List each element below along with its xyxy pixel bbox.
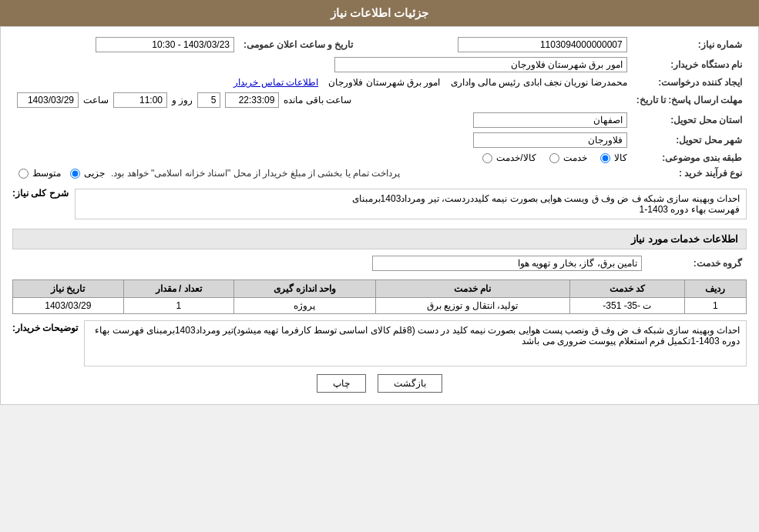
shomare-niaz-value: 1103094000000007 [358,35,631,55]
goroh-khadamat-value: تامین برق، گاز، بخار و تهویه هوا [12,253,646,273]
print-button[interactable]: چاپ [317,374,366,393]
page-header: جزئیات اطلاعات نیاز [0,0,759,26]
radio-mottavasset-item[interactable]: متوسط [17,168,61,179]
tosih-kharidar-value: احداث وبهینه سازی شبکه ف ض وف ق ونصب پست… [84,320,747,366]
khadamat-info-table: گروه خدمت: تامین برق، گاز، بخار و تهویه … [12,253,747,273]
radio-kala-label: کالا [614,152,627,163]
cell-tedad: 1 [123,298,233,314]
cell-kodKhadamat: ت -35- 351- [569,298,684,314]
radio-khedmat[interactable] [549,153,559,163]
radio-jozvi[interactable] [70,169,80,179]
radio-mottavasset-label: متوسط [32,168,61,179]
notice-farayand: پرداخت تمام یا بخشی از مبلغ خریدار از مح… [111,168,400,179]
radio-jozvi-label: جزیی [84,168,105,179]
radio-khedmat-label: خدمت [563,152,587,163]
rooz-field: 5 [197,92,220,108]
sharh-kolli-value: احداث وبهینه سازی شبکه ف ض وف ق ویست هوا… [75,189,747,219]
saat-label: ساعت [83,95,109,105]
radio-kala-khedmat-label: کالا/خدمت [496,152,536,163]
col-kod: کد خدمت [569,280,684,298]
radio-khedmat-item[interactable]: خدمت [548,152,587,163]
nam-dastgah-field: امور برق شهرستان فلاورجان [334,57,627,72]
shahr-value: فلاورجان [12,130,632,150]
radio-kala-khedmat-item[interactable]: کالا/خدمت [481,152,536,163]
tabaqe-bandi-options: کالا/خدمت خدمت کالا [12,150,632,166]
ostan-field: اصفهان [473,112,627,128]
goroh-khadamat-field: تامین برق، گاز، بخار و تهویه هوا [372,256,642,271]
tabaqe-bandi-label: طبقه بندی موضوعی: [632,150,747,166]
ijad-konande-row: محمدرضا نوریان نجف ابادی رئیس مالی وادار… [12,75,632,90]
etelaaat-khadamat-title: اطلاعات خدمات مورد نیاز [12,229,747,249]
khadamat-table: ردیف کد خدمت نام خدمت واحد اندازه گیری ت… [12,279,747,314]
shomare-niaz-field: 1103094000000007 [458,37,627,52]
radio-kala[interactable] [600,153,610,163]
shahr-label: شهر محل تحویل: [632,130,747,150]
mohlat-label: مهلت ارسال پاسخ: تا تاریخ: [632,90,747,110]
cell-tarikh: 1403/03/29 [13,298,124,314]
radio-kala-khedmat[interactable] [482,153,492,163]
mohlat-row: 1403/03/29 ساعت 11:00 روز و 5 22:33:09 س… [12,90,632,110]
tarikh-aalan-label: تاریخ و ساعت اعلان عمومی: [239,35,358,55]
ijad-konande-label: ایجاد کننده درخواست: [632,75,747,90]
shomare-niaz-label: شماره نیاز: [632,35,747,55]
nam-dastgah-label: نام دستگاه خریدار: [632,55,747,75]
ostan-value: اصفهان [12,110,632,130]
shahr-field: فلاورجان [473,132,627,148]
button-row: بازگشت چاپ [12,374,747,393]
cell-vahed: پروژه [234,298,376,314]
cell-radif: 1 [684,298,746,314]
col-tedad: تعداد / مقدار [123,280,233,298]
radio-jozvi-item[interactable]: جزیی [69,168,105,179]
cell-namKhadamat: تولید، انتقال و توزیع برق [375,298,569,314]
baghimande-label: ساعت باقی مانده [284,95,351,105]
col-tarikh: تاریخ نیاز [13,280,124,298]
col-vahed: واحد اندازه گیری [234,280,376,298]
ijad-konande-name: محمدرضا نوریان نجف ابادی رئیس مالی وادار… [451,77,627,88]
tarikh-aalan-value: 1403/03/23 - 10:30 [12,35,239,55]
niaz-info-table: شماره نیاز: 1103094000000007 تاریخ و ساع… [12,35,747,181]
sharh-kolli-label: شرح کلی نیاز: [12,186,69,199]
col-nam: نام خدمت [375,280,569,298]
radio-mottavasset[interactable] [18,169,29,179]
saat-field: 11:00 [113,92,167,108]
baghimande-field: 22:33:09 [225,92,279,108]
col-radif: ردیف [684,280,746,298]
ostan-label: استان محل تحویل: [632,110,747,130]
nove-farayand-label: نوع فرآیند خرید : [632,166,747,181]
tarikh-field: 1403/03/29 [17,92,79,108]
etela-tamas-link[interactable]: اطلاعات تماس خریدار [233,77,318,88]
ijad-konande-unit: امور برق شهرستان فلاورجان [328,77,440,88]
table-row: 1ت -35- 351-تولید، انتقال و توزیع برقپرو… [13,298,747,314]
back-button[interactable]: بازگشت [378,374,442,393]
radio-kala-item[interactable]: کالا [599,152,627,163]
tarikh-aalan-field: 1403/03/23 - 10:30 [96,37,234,52]
nove-farayand-row: متوسط جزیی پرداخت تمام یا بخشی از مبلغ خ… [12,166,632,181]
goroh-khadamat-label: گروه خدمت: [646,253,747,273]
nam-dastgah-value: امور برق شهرستان فلاورجان [12,55,632,75]
tosih-kharidar-label: توضیحات خریدار: [12,320,78,333]
rooz-label: روز و [172,95,193,105]
